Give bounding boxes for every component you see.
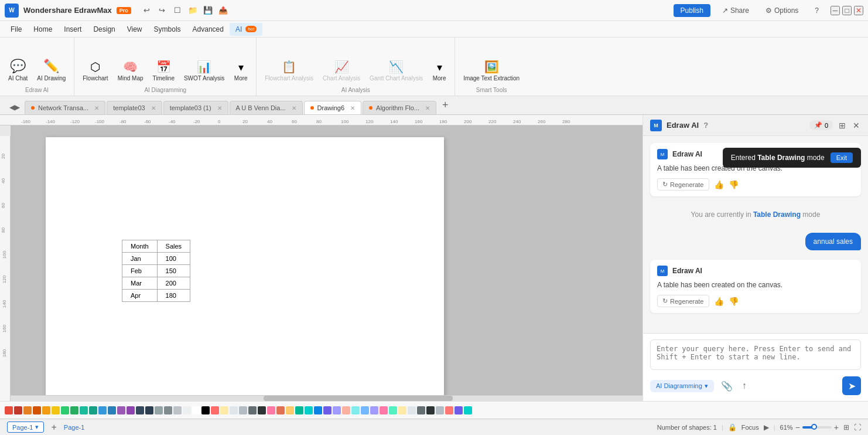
color-swatch[interactable] (52, 406, 60, 414)
tab-close-venn[interactable]: ✕ (292, 105, 296, 111)
tab-close-algorithm[interactable]: ✕ (425, 105, 430, 111)
tab-venn[interactable]: A U B Venn Dia... ✕ (230, 101, 303, 114)
chart-analysis-button[interactable]: 📈 Chart Analysis (319, 57, 364, 84)
fit-page-button[interactable]: ⊞ (843, 423, 849, 431)
color-swatch[interactable] (42, 406, 50, 414)
color-swatch[interactable] (117, 406, 125, 414)
color-swatch[interactable] (398, 406, 406, 414)
chat-input[interactable] (650, 339, 861, 370)
more-diagramming-button[interactable]: ▾ More (230, 59, 251, 84)
color-swatch[interactable] (380, 406, 388, 414)
menu-view[interactable]: View (121, 23, 148, 36)
color-swatch[interactable] (436, 406, 444, 414)
tab-algorithm[interactable]: Algorithm Flo... ✕ (363, 101, 436, 114)
color-swatch[interactable] (136, 406, 144, 414)
ai-drawing-button[interactable]: ✏️ AI Drawing (33, 56, 69, 84)
menu-symbols[interactable]: Symbols (148, 23, 187, 36)
fullscreen-button[interactable]: ⛶ (854, 423, 861, 431)
color-swatch[interactable] (351, 406, 360, 414)
color-swatch[interactable] (426, 406, 435, 414)
color-swatch[interactable] (164, 406, 172, 414)
color-swatch[interactable] (454, 406, 463, 414)
color-swatch[interactable] (445, 406, 453, 414)
tab-network[interactable]: Network Transa... ✕ (25, 101, 105, 114)
gantt-analysis-button[interactable]: 📉 Gantt Chart Analysis (366, 57, 426, 84)
color-swatch[interactable] (192, 406, 200, 414)
tab-nav-left[interactable]: ◀▶ (5, 100, 25, 114)
tab-close-template03[interactable]: ✕ (151, 105, 156, 111)
color-swatch[interactable] (305, 406, 313, 414)
thumbs-down-2[interactable]: 👎 (729, 297, 739, 306)
tab-close-template03-1[interactable]: ✕ (217, 105, 222, 111)
mind-map-button[interactable]: 🧠 Mind Map (114, 57, 147, 84)
mode-select[interactable]: AI Diagramming ▾ (650, 380, 714, 392)
help-button[interactable]: ? (810, 4, 823, 17)
color-swatch[interactable] (14, 406, 22, 414)
color-swatch[interactable] (314, 406, 322, 414)
drawing-canvas[interactable]: Month Sales Jan100Feb150Mar200Apr180 (11, 125, 643, 401)
tab-close-network[interactable]: ✕ (94, 105, 99, 111)
lock-icon[interactable]: 🔒 (728, 423, 737, 431)
tab-template03-1[interactable]: template03 (1) ✕ (163, 101, 228, 114)
color-swatch[interactable] (220, 406, 228, 414)
maximize-button[interactable]: □ (842, 6, 852, 15)
undo-btn[interactable]: ↩ (141, 4, 153, 17)
color-swatch[interactable] (370, 406, 378, 414)
color-swatch[interactable] (342, 406, 350, 414)
color-swatch[interactable] (23, 406, 32, 414)
save-btn[interactable]: 💾 (201, 4, 214, 17)
panel-close-btn[interactable]: ✕ (852, 120, 861, 131)
page-tab-1[interactable]: Page-1 ▾ (7, 422, 44, 433)
color-swatch[interactable] (89, 406, 97, 414)
table-row[interactable]: Jan100 (122, 253, 190, 265)
color-swatch[interactable] (70, 406, 78, 414)
panel-help-icon[interactable]: ? (703, 121, 708, 130)
zoom-thumb[interactable] (811, 424, 817, 430)
table-row[interactable]: Mar200 (122, 277, 190, 290)
canvas-table[interactable]: Month Sales Jan100Feb150Mar200Apr180 (122, 240, 190, 302)
color-swatch[interactable] (155, 406, 163, 414)
table-row[interactable]: Apr180 (122, 290, 190, 302)
send-button[interactable]: ➤ (842, 376, 861, 395)
timeline-button[interactable]: 📅 Timeline (149, 57, 178, 84)
zoom-in-button[interactable]: + (834, 423, 839, 432)
scrollbar-thumb[interactable] (264, 396, 453, 401)
tab-close-drawing6[interactable]: ✕ (350, 105, 355, 111)
color-swatch[interactable] (145, 406, 153, 414)
close-button[interactable]: ✕ (854, 6, 863, 15)
color-swatch[interactable] (108, 406, 116, 414)
regenerate-btn-2[interactable]: ↻ Regenerate (657, 295, 709, 307)
color-swatch[interactable] (248, 406, 257, 414)
color-swatch[interactable] (239, 406, 247, 414)
color-swatch[interactable] (267, 406, 275, 414)
thumbs-down-1[interactable]: 👎 (729, 180, 739, 189)
zoom-slider[interactable] (802, 426, 832, 429)
thumbs-up-2[interactable]: 👍 (714, 297, 724, 306)
color-swatch[interactable] (61, 406, 69, 414)
more-analysis-button[interactable]: ▾ More (429, 59, 450, 84)
add-page-button[interactable]: + (51, 422, 56, 433)
color-swatch[interactable] (361, 406, 369, 414)
open-btn[interactable]: 📁 (186, 4, 199, 17)
color-swatch[interactable] (98, 406, 107, 414)
color-swatch[interactable] (5, 406, 13, 414)
ai-chat-button[interactable]: 💬 AI Chat (5, 56, 31, 84)
color-swatch[interactable] (183, 406, 191, 414)
color-swatch[interactable] (464, 406, 472, 414)
flowchart-analysis-button[interactable]: 📋 Flowchart Analysis (261, 57, 317, 84)
exit-drawing-button[interactable]: Exit (831, 152, 853, 163)
export-btn[interactable]: 📤 (217, 4, 230, 17)
menu-advanced[interactable]: Advanced (187, 23, 230, 36)
flowchart-button[interactable]: ⬡ Flowchart (79, 57, 111, 84)
color-swatch[interactable] (211, 406, 219, 414)
color-swatch[interactable] (230, 406, 238, 414)
image-text-extraction-button[interactable]: 🖼️ Image Text Extraction (460, 57, 523, 84)
color-swatch[interactable] (201, 406, 210, 414)
canvas-container[interactable]: -160 -140 -120 -100 -80 -60 -40 -20 0 20… (0, 115, 643, 401)
color-swatch[interactable] (333, 406, 341, 414)
tab-drawing6[interactable]: Drawing6 ✕ (304, 101, 361, 114)
color-swatch[interactable] (33, 406, 41, 414)
options-button[interactable]: ⚙ Options (761, 4, 803, 17)
color-swatch[interactable] (127, 406, 135, 414)
menu-design[interactable]: Design (87, 23, 121, 36)
